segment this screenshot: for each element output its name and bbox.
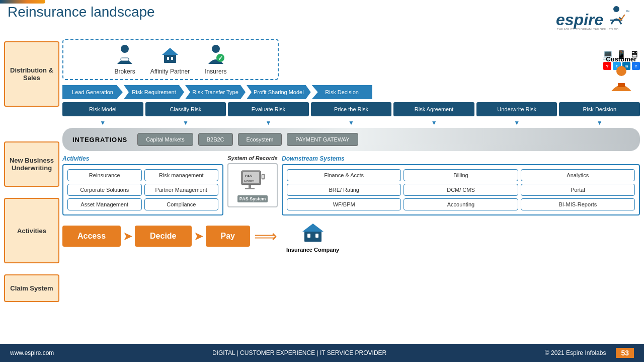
customer-icon	[606, 65, 636, 95]
arrow-4: ▼	[311, 119, 392, 126]
arrow-5: ▼	[393, 119, 474, 126]
arrow-7: ▼	[559, 119, 640, 126]
pas-system-icon: PAS System	[239, 168, 267, 193]
arrow-3: ▼	[228, 119, 309, 126]
integration-tags: Capital Markets B2B2C Ecosystem PAYMENT …	[137, 133, 358, 146]
arrow-2: ▼	[145, 119, 226, 126]
insurance-company: Insurance Company	[286, 220, 339, 253]
pay-button[interactable]: Pay	[206, 226, 250, 247]
svg-point-4	[121, 45, 129, 53]
insurer-icon: ✓	[205, 44, 226, 68]
arrow-access-decide: ➤	[123, 229, 133, 243]
sor-label: System of Records	[227, 155, 278, 161]
down-arrows-row: ▼ ▼ ▼ ▼ ▼ ▼ ▼	[62, 119, 640, 126]
lower-section: Activities Reinsurance Risk management C…	[62, 155, 640, 215]
footer: www.espire.com DIGITAL | CUSTOMER EXPERI…	[0, 344, 644, 362]
ds-dcm-cms: DCM/ CMS	[404, 184, 518, 196]
activity-partner-management: Partner Management	[144, 184, 219, 196]
svg-text:System: System	[244, 179, 254, 182]
svg-text:PAS: PAS	[245, 174, 252, 178]
svg-text:™: ™	[625, 10, 629, 14]
svg-rect-20	[249, 185, 251, 188]
svg-point-14	[616, 66, 626, 76]
arrow-6: ▼	[476, 119, 557, 126]
uw-classify-risk: Classify Risk	[145, 102, 226, 116]
svg-rect-23	[262, 175, 264, 178]
svg-text:✓: ✓	[218, 55, 223, 62]
ds-bre-rating: BRE/ Rating	[287, 184, 401, 196]
sidebar: Distribution & Sales New Business Underw…	[4, 36, 59, 302]
footer-url: www.espire.com	[10, 349, 54, 356]
svg-rect-7	[167, 57, 169, 60]
sidebar-item-new-business-underwriting: New Business Underwriting	[4, 141, 59, 187]
arrow-decide-pay: ➤	[194, 229, 204, 243]
insurer-label: Insurers	[205, 68, 226, 75]
svg-rect-25	[307, 234, 310, 238]
actor-insurers: ✓ Insurers	[205, 44, 226, 75]
customer-label: Customer	[606, 55, 636, 63]
downstream-title: Downstream Systems	[282, 155, 640, 162]
footer-page-number: 53	[616, 348, 634, 358]
uw-risk-decision: Risk Decision	[559, 102, 640, 116]
sidebar-item-claim-system: Claim System	[4, 274, 59, 302]
main-content: Brokers Affinity Partner	[59, 36, 640, 302]
activities-section: Activities Reinsurance Risk management C…	[62, 155, 223, 215]
access-button[interactable]: Access	[62, 226, 121, 247]
ds-portal: Portal	[521, 184, 635, 196]
svg-rect-29	[310, 240, 315, 242]
broker-label: Brokers	[114, 68, 135, 75]
ds-accounting: Accounting	[404, 198, 518, 210]
affinity-icon	[150, 44, 190, 68]
uw-underwrite-risk: Underwrite Risk	[476, 102, 557, 116]
integration-capital-markets: Capital Markets	[137, 133, 193, 146]
integrations-bar: INTEGRATIONS Capital Markets B2B2C Ecosy…	[62, 128, 640, 151]
ds-analytics: Analytics	[521, 169, 635, 181]
espire-logo: espire ™ THE ABILITY TO DREAM. THE SKILL…	[556, 4, 636, 34]
sidebar-item-distribution-sales: Distribution & Sales	[4, 41, 59, 107]
svg-point-0	[613, 6, 619, 12]
integrations-label: INTEGRATIONS	[72, 136, 127, 143]
process-steps-row: Lead Generation Risk Requirement Risk Tr…	[62, 85, 640, 99]
process-profit-sharing: Profit Sharing Model	[247, 85, 311, 99]
ds-finance-accts: Finance & Accts	[287, 169, 401, 181]
sor-box: PAS System PAS System	[227, 163, 278, 207]
uw-risk-agreement: Risk Agreement	[393, 102, 474, 116]
activities-box: Reinsurance Risk management Corporate So…	[62, 164, 223, 215]
logo: espire ™ THE ABILITY TO DREAM. THE SKILL…	[556, 4, 636, 34]
arrow-pay-insurance: ⟹	[254, 227, 277, 246]
svg-marker-9	[162, 48, 178, 55]
actor-affinity-partner: Affinity Partner	[150, 44, 190, 75]
insurance-company-label: Insurance Company	[286, 247, 339, 253]
activity-reinsurance: Reinsurance	[67, 169, 142, 181]
system-of-records: System of Records PAS System	[227, 155, 278, 215]
actor-brokers: Brokers	[114, 44, 135, 75]
svg-marker-28	[302, 224, 324, 232]
underwriting-steps: Risk Model Classify Risk Evaluate Risk P…	[62, 102, 640, 116]
broker-icon	[114, 44, 135, 68]
claims-row: Access ➤ Decide ➤ Pay ⟹ Insurance Compan…	[62, 220, 640, 253]
process-lead-generation: Lead Generation	[62, 85, 123, 99]
downstream-section: Downstream Systems Finance & Accts Billi…	[282, 155, 640, 215]
ds-wf-bpm: WF/BPM	[287, 198, 401, 210]
svg-text:THE ABILITY TO DREAM. THE SKIL: THE ABILITY TO DREAM. THE SKILL TO DO.	[557, 28, 619, 31]
sor-badge: PAS System	[237, 195, 268, 202]
process-risk-requirement: Risk Requirement	[124, 85, 184, 99]
process-risk-transfer-type: Risk Transfer Type	[185, 85, 246, 99]
integration-payment-gateway: PAYMENT GATEWAY	[287, 133, 358, 146]
integration-ecosystem: Ecosystem	[238, 133, 282, 146]
footer-copyright: © 2021 Espire Infolabs	[545, 349, 606, 356]
svg-rect-21	[245, 188, 255, 189]
svg-text:espire: espire	[556, 11, 603, 29]
svg-rect-15	[618, 83, 625, 87]
activities-title: Activities	[62, 155, 223, 162]
uw-price-the-risk: Price the Risk	[311, 102, 392, 116]
decide-button[interactable]: Decide	[135, 226, 191, 247]
uw-risk-model: Risk Model	[62, 102, 143, 116]
arrow-1: ▼	[62, 119, 143, 126]
actors-box: Brokers Affinity Partner	[62, 39, 279, 80]
activity-asset-management: Asset Management	[67, 198, 142, 210]
activity-risk-management: Risk management	[144, 169, 219, 181]
downstream-grid: Finance & Accts Billing Analytics BRE/ R…	[282, 164, 640, 215]
process-risk-decision: Risk Decision	[312, 85, 372, 99]
svg-rect-10	[168, 61, 173, 63]
